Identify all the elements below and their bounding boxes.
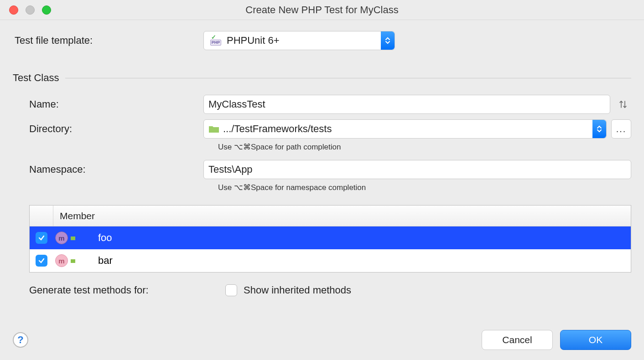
directory-label: Directory: bbox=[13, 123, 203, 135]
checkbox-checked-icon[interactable] bbox=[36, 255, 47, 267]
help-icon: ? bbox=[17, 334, 23, 346]
namespace-input[interactable]: Tests\App bbox=[203, 160, 631, 179]
member-name: bar bbox=[85, 255, 631, 267]
maximize-icon[interactable] bbox=[42, 5, 51, 15]
directory-row: Directory: .../TestFrameworks/tests ... bbox=[13, 119, 631, 139]
svg-rect-1 bbox=[71, 259, 75, 263]
template-select[interactable]: ✓ PHP PHPUnit 6+ bbox=[203, 31, 395, 50]
generate-row: Generate test methods for: Show inherite… bbox=[29, 284, 631, 296]
directory-value: .../TestFrameworks/tests bbox=[223, 123, 332, 135]
cancel-label: Cancel bbox=[502, 334, 532, 345]
member-name: foo bbox=[85, 232, 631, 244]
name-input[interactable]: MyClassTest bbox=[203, 95, 610, 114]
name-value: MyClassTest bbox=[208, 98, 265, 110]
ok-label: OK bbox=[589, 334, 602, 345]
namespace-hint: Use ⌥⌘Space for namespace completion bbox=[217, 183, 631, 192]
inherited-checkbox[interactable] bbox=[225, 284, 237, 296]
visibility-icon bbox=[70, 235, 76, 241]
method-icon: m bbox=[55, 254, 68, 267]
namespace-row: Namespace: Tests\App bbox=[13, 160, 631, 179]
template-label: Test file template: bbox=[13, 35, 203, 46]
header-check-col[interactable] bbox=[30, 206, 53, 226]
checkbox-checked-icon[interactable] bbox=[36, 232, 47, 244]
namespace-label: Namespace: bbox=[13, 164, 203, 175]
browse-label: ... bbox=[616, 124, 627, 134]
traffic-lights bbox=[0, 5, 51, 15]
directory-hint: Use ⌥⌘Space for path completion bbox=[217, 142, 631, 152]
ok-button[interactable]: OK bbox=[560, 330, 631, 350]
close-icon[interactable] bbox=[9, 5, 18, 15]
inherited-label: Show inherited methods bbox=[244, 284, 351, 296]
titlebar: Create New PHP Test for MyClass bbox=[0, 0, 644, 20]
phpunit-icon: ✓ PHP bbox=[208, 36, 223, 46]
browse-button[interactable]: ... bbox=[611, 119, 631, 139]
fieldset-title: Test Class bbox=[13, 72, 65, 84]
template-value: PHPUnit 6+ bbox=[227, 35, 280, 46]
window-title: Create New PHP Test for MyClass bbox=[0, 4, 644, 16]
chevron-updown-icon bbox=[592, 120, 606, 138]
dialog-content: Test file template: ✓ PHP PHPUnit 6+ Tes… bbox=[0, 20, 644, 316]
folder-icon bbox=[208, 125, 219, 133]
dialog-footer: ? Cancel OK bbox=[0, 316, 644, 360]
help-button[interactable]: ? bbox=[13, 332, 28, 348]
visibility-icon bbox=[70, 257, 76, 264]
svg-rect-0 bbox=[71, 237, 75, 240]
namespace-value: Tests\App bbox=[208, 164, 253, 175]
name-label: Name: bbox=[13, 98, 203, 110]
table-row[interactable]: m bar bbox=[30, 249, 631, 272]
directory-combo[interactable]: .../TestFrameworks/tests bbox=[203, 119, 607, 139]
chevron-updown-icon bbox=[381, 31, 395, 50]
method-icon: m bbox=[55, 231, 68, 244]
fieldset-test-class: Test Class bbox=[13, 72, 631, 84]
name-row: Name: MyClassTest bbox=[13, 95, 631, 114]
template-row: Test file template: ✓ PHP PHPUnit 6+ bbox=[13, 31, 631, 50]
dialog-window: Create New PHP Test for MyClass Test fil… bbox=[0, 0, 644, 360]
sort-icon[interactable] bbox=[615, 95, 631, 114]
divider bbox=[65, 78, 631, 78]
cancel-button[interactable]: Cancel bbox=[482, 330, 553, 350]
minimize-icon[interactable] bbox=[26, 5, 35, 15]
table-row[interactable]: m foo bbox=[30, 226, 631, 249]
generate-label: Generate test methods for: bbox=[29, 284, 225, 296]
members-table: Member m foo bbox=[29, 205, 631, 273]
members-header: Member bbox=[30, 206, 631, 226]
header-member[interactable]: Member bbox=[53, 211, 95, 221]
